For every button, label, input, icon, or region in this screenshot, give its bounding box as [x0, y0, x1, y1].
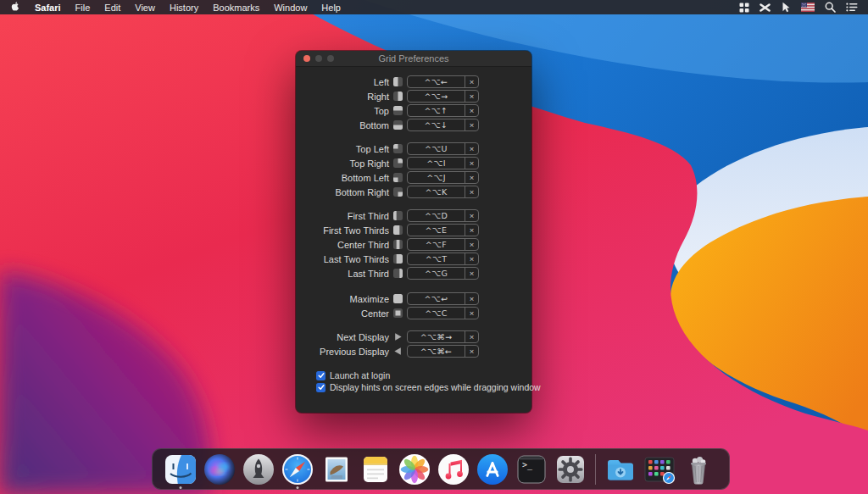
- shortcut-recorder-field[interactable]: ^⌥D×: [407, 209, 479, 222]
- clear-shortcut-button[interactable]: ×: [465, 158, 478, 169]
- menu-view[interactable]: View: [135, 3, 155, 13]
- clear-shortcut-button[interactable]: ×: [465, 210, 478, 221]
- checkbox-checked[interactable]: [316, 383, 326, 392]
- trash-icon: [682, 452, 715, 486]
- clear-shortcut-button[interactable]: ×: [465, 225, 478, 236]
- shortcut-label: Last Third: [296, 269, 389, 279]
- us-flag-icon[interactable]: [801, 3, 815, 12]
- shortcut-value: ^⌥T: [408, 253, 465, 264]
- dock-item-music[interactable]: [434, 450, 473, 489]
- close-button[interactable]: [303, 55, 310, 62]
- shortcut-recorder-field[interactable]: ^⌥⌘→×: [407, 330, 479, 343]
- shortcut-recorder-field[interactable]: ^⌥C×: [407, 307, 479, 319]
- shortcut-recorder-field[interactable]: ^⌥J×: [407, 171, 479, 184]
- menu-file[interactable]: File: [75, 3, 91, 13]
- menu-help[interactable]: Help: [321, 3, 341, 13]
- shortcut-recorder-field[interactable]: ^⌥→×: [407, 90, 479, 103]
- menu-history[interactable]: History: [170, 3, 198, 13]
- shortcut-row-top-left: Top Left^⌥U×: [296, 142, 531, 156]
- clear-shortcut-button[interactable]: ×: [465, 105, 478, 116]
- dock-item-downloads-folder[interactable]: [601, 450, 640, 489]
- shortcut-recorder-field[interactable]: ^⌥F×: [407, 238, 479, 251]
- pointer-icon[interactable]: [781, 2, 791, 13]
- shortcut-recorder-field[interactable]: ^⌥K×: [407, 186, 479, 198]
- shortcut-row-last-two-thirds: Last Two Thirds^⌥T×: [296, 252, 531, 266]
- shortcut-recorder-field[interactable]: ^⌥T×: [407, 253, 479, 265]
- dock: >_: [152, 448, 730, 490]
- shortcut-recorder-field[interactable]: ^⌥↩×: [407, 292, 479, 305]
- shortcut-row-left: Left^⌥←×: [296, 75, 531, 89]
- shortcut-row-maximize: Maximize^⌥↩×: [296, 291, 531, 306]
- shortcut-value: ^⌥↩: [408, 293, 465, 304]
- clear-shortcut-button[interactable]: ×: [465, 346, 478, 357]
- apple-menu[interactable]: [10, 0, 20, 15]
- window-titlebar[interactable]: Grid Preferences: [296, 51, 531, 67]
- system-preferences-icon: [554, 452, 587, 486]
- app-store-icon: [476, 452, 509, 486]
- spotlight-search-icon[interactable]: [825, 2, 836, 13]
- dock-item-system-preferences[interactable]: [551, 450, 590, 489]
- shortcut-label: Right: [296, 92, 389, 102]
- dock-item-safari[interactable]: [278, 450, 317, 489]
- clear-shortcut-button[interactable]: ×: [465, 143, 478, 154]
- dock-item-launchpad[interactable]: [239, 450, 278, 489]
- dock-item-finder[interactable]: [161, 450, 200, 489]
- downloads-folder-icon: [604, 452, 637, 486]
- antivirus-icon[interactable]: [760, 3, 771, 13]
- shortcut-label: Last Two Thirds: [296, 254, 389, 264]
- shortcut-recorder-field[interactable]: ^⌥U×: [407, 142, 479, 155]
- grid-icon[interactable]: [739, 3, 749, 13]
- clear-shortcut-button[interactable]: ×: [465, 268, 478, 279]
- notification-list-icon[interactable]: [846, 3, 858, 12]
- shortcut-row-center: Center^⌥C×: [296, 306, 531, 320]
- dock-item-app-store[interactable]: [473, 450, 512, 489]
- shortcut-recorder-field[interactable]: ^⌥E×: [407, 224, 479, 236]
- shortcut-label: Top: [296, 106, 389, 116]
- shortcut-recorder-field[interactable]: ^⌥I×: [407, 157, 479, 169]
- shortcut-value: ^⌥I: [408, 158, 465, 169]
- clear-shortcut-button[interactable]: ×: [465, 186, 478, 197]
- menu-edit[interactable]: Edit: [104, 3, 120, 13]
- shortcut-recorder-field[interactable]: ^⌥⌘←×: [407, 345, 479, 358]
- checkbox-label: Launch at login: [330, 370, 390, 380]
- shortcut-row-top-right: Top Right^⌥I×: [296, 156, 531, 170]
- dock-item-notes[interactable]: [356, 450, 395, 489]
- dock-item-siri[interactable]: [200, 450, 239, 489]
- clear-shortcut-button[interactable]: ×: [465, 91, 478, 102]
- clear-shortcut-button[interactable]: ×: [465, 293, 478, 304]
- shortcut-recorder-field[interactable]: ^⌥↓×: [407, 119, 479, 131]
- checkbox-row: Launch at login: [316, 369, 531, 381]
- last-two-thirds-region-icon: [393, 254, 403, 264]
- clear-shortcut-button[interactable]: ×: [465, 172, 478, 183]
- shortcut-recorder-field[interactable]: ^⌥↑×: [407, 104, 479, 117]
- clear-shortcut-button[interactable]: ×: [465, 239, 478, 250]
- shortcut-value: ^⌥⌘←: [408, 346, 465, 357]
- dock-item-mail[interactable]: [317, 450, 356, 489]
- shortcut-row-bottom-left: Bottom Left^⌥J×: [296, 170, 531, 185]
- shortcut-recorder-field[interactable]: ^⌥G×: [407, 267, 479, 280]
- menu-bookmarks[interactable]: Bookmarks: [213, 3, 259, 13]
- clear-shortcut-button[interactable]: ×: [465, 119, 478, 130]
- checkbox-checked[interactable]: [316, 371, 326, 380]
- dock-separator: [595, 454, 596, 485]
- clear-shortcut-button[interactable]: ×: [465, 331, 478, 342]
- menu-bar: Safari FileEditViewHistoryBookmarksWindo…: [0, 0, 868, 14]
- window-title: Grid Preferences: [378, 53, 448, 64]
- app-menu-title[interactable]: Safari: [35, 3, 61, 13]
- zoom-button[interactable]: [327, 55, 334, 62]
- dock-item-trash[interactable]: [679, 450, 718, 489]
- shortcut-label: Maximize: [296, 294, 389, 304]
- shortcut-row-first-two-thirds: First Two Thirds^⌥E×: [296, 223, 531, 237]
- clear-shortcut-button[interactable]: ×: [465, 253, 478, 264]
- dock-item-terminal[interactable]: >_: [512, 450, 551, 489]
- minimize-button[interactable]: [315, 55, 322, 62]
- dock-item-photos[interactable]: [395, 450, 434, 489]
- shortcut-label: Center: [296, 308, 389, 319]
- last-third-region-icon: [393, 269, 403, 278]
- clear-shortcut-button[interactable]: ×: [465, 308, 478, 319]
- menu-window[interactable]: Window: [274, 3, 307, 13]
- shortcut-recorder-field[interactable]: ^⌥←×: [407, 75, 479, 88]
- clear-shortcut-button[interactable]: ×: [465, 76, 478, 87]
- dock-item-minimized-safari-window[interactable]: [640, 450, 679, 489]
- previous-display-region-icon: [393, 347, 403, 356]
